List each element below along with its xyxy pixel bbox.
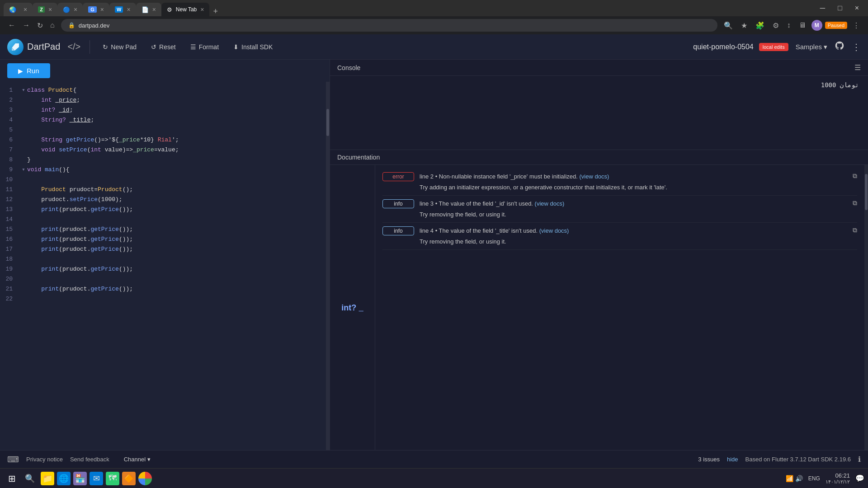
tab-close-z[interactable]: × — [48, 6, 52, 13]
fold-indicator[interactable] — [22, 125, 27, 135]
format-button[interactable]: ☰ Format — [187, 42, 222, 52]
issue-copy-button[interactable]: ⧉ — [853, 172, 857, 180]
fold-indicator[interactable] — [22, 254, 27, 264]
code-area[interactable]: ▾class Prudoct{ int _price; int? _id; St… — [18, 82, 326, 450]
code-token: value — [105, 146, 123, 153]
embed-icon[interactable]: </> — [67, 42, 80, 52]
fold-indicator[interactable] — [22, 294, 27, 304]
network-icon[interactable]: 📶 — [786, 475, 793, 482]
issue-view-docs-link[interactable]: (view docs) — [535, 200, 565, 207]
start-button[interactable]: ⊞ — [4, 471, 20, 486]
hide-button[interactable]: hide — [727, 456, 738, 463]
tab-close-1[interactable]: × — [24, 6, 27, 13]
console-menu-icon[interactable]: ☰ — [854, 63, 861, 72]
sync-button[interactable]: ↕ — [784, 20, 793, 30]
privacy-link[interactable]: Privacy notice — [26, 456, 63, 463]
fold-indicator[interactable] — [22, 155, 27, 165]
tab-close-doc[interactable]: × — [152, 6, 156, 13]
download-icon: ⬇ — [233, 43, 239, 51]
reload-button[interactable]: ↻ — [34, 20, 46, 31]
browser-menu-button[interactable]: ⋮ — [850, 20, 863, 31]
fold-indicator[interactable] — [22, 185, 27, 195]
fold-indicator[interactable] — [22, 175, 27, 185]
issue-view-docs-link[interactable]: (view docs) — [539, 227, 569, 234]
fold-indicator[interactable] — [22, 274, 27, 284]
new-tab-button[interactable]: + — [209, 7, 222, 16]
taskbar-mail[interactable]: ✉ — [90, 472, 103, 485]
fold-indicator[interactable]: ▾ — [22, 85, 27, 95]
tab-1[interactable]: 🌏 × — [4, 3, 33, 16]
taskbar-unknown1[interactable]: 🔶 — [122, 472, 136, 485]
more-button[interactable]: ⋮ — [852, 42, 861, 52]
samples-button[interactable]: Samples ▾ — [796, 43, 827, 51]
docs-content[interactable]: errorline 2 • Non-nullable instance fiel… — [375, 165, 864, 450]
issue-copy-button[interactable]: ⧉ — [853, 199, 857, 207]
tab-w[interactable]: W × — [109, 3, 136, 16]
url-bar[interactable]: 🔒 dartpad.dev — [61, 19, 717, 32]
tab-close-w[interactable]: × — [127, 6, 130, 13]
fold-indicator[interactable] — [22, 225, 27, 235]
volume-icon[interactable]: 🔊 — [795, 475, 803, 482]
reset-button[interactable]: ↺ Reset — [147, 42, 179, 52]
tab-close-circle[interactable]: × — [74, 6, 77, 13]
fold-indicator[interactable]: ▾ — [22, 165, 27, 175]
install-sdk-button[interactable]: ⬇ Install SDK — [230, 42, 276, 52]
issue-copy-button[interactable]: ⧉ — [853, 226, 857, 234]
code-token: (prudoct. — [59, 226, 90, 233]
close-button[interactable]: × — [849, 3, 864, 13]
fold-indicator[interactable] — [22, 105, 27, 115]
code-token: print — [41, 226, 59, 233]
tab-doc[interactable]: 📄 × — [136, 3, 161, 16]
dartpad-logo[interactable]: DartPad — [7, 39, 60, 55]
desktop-button[interactable]: 🖥 — [796, 20, 809, 30]
tab-z[interactable]: Z × — [33, 3, 57, 16]
github-button[interactable] — [835, 41, 844, 53]
fold-indicator[interactable] — [22, 215, 27, 225]
tab-g[interactable]: G × — [83, 3, 109, 16]
fold-indicator[interactable] — [22, 235, 27, 244]
puzzle-button[interactable]: ⚙ — [770, 20, 782, 31]
bookmark-button[interactable]: ★ — [738, 20, 750, 31]
tab-close-g[interactable]: × — [100, 6, 104, 13]
keyboard-icon[interactable]: ⌨ — [7, 455, 19, 465]
channel-selector[interactable]: Channel ▾ — [124, 456, 151, 463]
taskbar-edge[interactable]: 🌐 — [57, 472, 71, 485]
info-icon[interactable]: ℹ — [858, 455, 861, 464]
taskbar-maps[interactable]: 🗺 — [106, 472, 119, 485]
home-button[interactable]: ⌂ — [47, 20, 57, 31]
tab-dartpad[interactable]: ⚙ New Tab × — [161, 3, 210, 16]
fold-indicator[interactable] — [22, 205, 27, 215]
taskbar-file-explorer[interactable]: 📁 — [41, 472, 54, 485]
fold-indicator[interactable] — [22, 264, 27, 274]
clock[interactable]: 06:21 ۱۴۰۱/۱۲/۱۲ — [826, 472, 850, 485]
feedback-link[interactable]: Send feedback — [70, 456, 109, 463]
issue-view-docs-link[interactable]: (view docs) — [579, 173, 609, 180]
code-editor[interactable]: 12345678910111213141516171819202122 ▾cla… — [0, 82, 330, 450]
extension-button[interactable]: 🧩 — [753, 20, 767, 31]
fold-indicator[interactable] — [22, 115, 27, 125]
search-button[interactable]: 🔍 — [20, 472, 39, 485]
zoom-button[interactable]: 🔍 — [721, 20, 736, 31]
minimize-button[interactable]: ─ — [815, 3, 830, 13]
taskbar-store[interactable]: 🏪 — [73, 472, 87, 485]
fold-indicator[interactable] — [22, 195, 27, 205]
taskbar-chrome[interactable] — [138, 472, 152, 485]
forward-button[interactable]: → — [20, 20, 33, 31]
fold-indicator[interactable] — [22, 95, 27, 105]
new-pad-button[interactable]: ↻ New Pad — [99, 42, 140, 52]
editor-scrollbar[interactable] — [326, 82, 330, 450]
notification-button[interactable]: 💬 — [855, 474, 864, 483]
fold-indicator[interactable] — [22, 244, 27, 254]
profile-button[interactable]: M — [811, 20, 822, 31]
tab-circle[interactable]: 🔵 × — [57, 3, 83, 16]
code-token: getPrice — [90, 236, 118, 243]
docs-scrollbar[interactable] — [864, 165, 868, 450]
fold-indicator[interactable] — [22, 145, 27, 155]
tab-close-dartpad[interactable]: × — [200, 6, 204, 13]
run-button[interactable]: ▶ Run — [7, 63, 50, 78]
back-button[interactable]: ← — [5, 20, 18, 31]
maximize-button[interactable]: □ — [832, 3, 848, 13]
nav-buttons: ← → ↻ ⌂ — [5, 20, 57, 31]
fold-indicator[interactable] — [22, 135, 27, 145]
fold-indicator[interactable] — [22, 284, 27, 294]
